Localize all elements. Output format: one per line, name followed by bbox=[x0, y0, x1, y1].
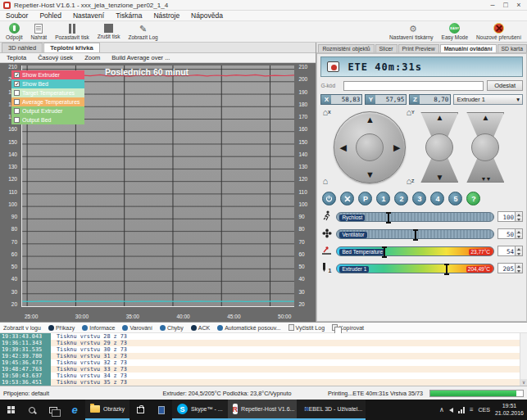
fan-slider[interactable]: Ventilátor bbox=[336, 229, 494, 239]
preset-button[interactable]: 5 bbox=[448, 192, 462, 205]
show-log-button[interactable]: ✎ Zobrazit Log bbox=[124, 21, 161, 42]
jog-y-plus-arrow[interactable]: ▲ bbox=[366, 115, 375, 124]
log-filter-toggle[interactable]: Informace bbox=[82, 325, 115, 331]
send-button[interactable]: Odeslat bbox=[487, 80, 523, 91]
taskbar-search-button[interactable] bbox=[21, 400, 43, 420]
copy-log-button[interactable]: Kopírovat bbox=[332, 324, 364, 331]
menu-icon[interactable]: ≡ bbox=[470, 406, 474, 413]
help-button[interactable]: ? bbox=[466, 192, 480, 205]
legend-checkbox[interactable]: ✓ bbox=[14, 81, 20, 87]
load-button[interactable]: Nahrát bbox=[27, 21, 52, 42]
spinner-arrows[interactable] bbox=[515, 246, 522, 255]
preset-button[interactable]: 1 bbox=[376, 192, 390, 205]
log-filter-toggle[interactable]: Chyby bbox=[160, 325, 184, 331]
spinner-arrows[interactable] bbox=[515, 212, 522, 221]
easy-mode-button[interactable]: EASY Easy Mode bbox=[438, 21, 473, 42]
park-button[interactable]: P bbox=[358, 192, 372, 205]
explorer-taskbar-button[interactable]: Obrázky bbox=[85, 400, 129, 420]
spinner-arrows[interactable] bbox=[515, 264, 522, 273]
log-filter-toggle[interactable]: Varování bbox=[122, 325, 152, 331]
speed-spinner[interactable]: 100 bbox=[497, 211, 523, 222]
jog-x-plus-arrow[interactable]: ▶ bbox=[393, 143, 400, 152]
extruder-temp-slider[interactable]: Extruder 1 204,49°C bbox=[336, 264, 494, 273]
menu-item[interactable]: Nastavení bbox=[67, 11, 110, 20]
skype-taskbar-button[interactable]: S Skype™ - ... bbox=[172, 400, 228, 420]
menu-item[interactable]: Pohled bbox=[34, 11, 66, 20]
gcode-input[interactable] bbox=[343, 81, 484, 91]
network-icon[interactable] bbox=[458, 407, 465, 413]
tab-object-placement[interactable]: Rozmístění objektů bbox=[318, 44, 374, 52]
chart-menu-item[interactable]: Časový úsek bbox=[38, 54, 73, 61]
tab-sd-card[interactable]: SD karta bbox=[497, 44, 527, 52]
preset-button[interactable]: 4 bbox=[430, 192, 444, 205]
taskbar-clock[interactable]: 19:51 21.02.2016 bbox=[495, 403, 524, 418]
chart-menu-item[interactable]: Zoom bbox=[84, 54, 100, 61]
menu-item[interactable]: Soubor bbox=[0, 11, 34, 20]
extruder-select[interactable]: Extruder 1 ▾ bbox=[453, 94, 523, 105]
jog-center[interactable] bbox=[356, 133, 384, 161]
bed-temp-spinner[interactable]: 54 bbox=[497, 246, 523, 256]
legend-item[interactable]: ✓ Show Extruder bbox=[11, 70, 84, 79]
legend-item[interactable]: Target Temperatures bbox=[11, 88, 84, 97]
bed-temp-thumb[interactable] bbox=[384, 246, 385, 258]
home-x-button[interactable]: ⌂X bbox=[322, 108, 330, 116]
preset-button[interactable]: 2 bbox=[394, 192, 408, 205]
menu-item[interactable]: Nástroje bbox=[148, 11, 185, 20]
home-all-button[interactable]: ⌂ bbox=[322, 177, 328, 185]
task-view-button[interactable] bbox=[43, 400, 64, 420]
legend-checkbox[interactable]: ✓ bbox=[14, 72, 20, 78]
chart-menu-item[interactable]: Build Average over ... bbox=[111, 54, 170, 61]
maximize-button[interactable]: □ bbox=[501, 1, 511, 9]
clear-log-button[interactable]: Vyčistit Log bbox=[288, 324, 325, 331]
scroll-down-icon[interactable]: ∨ bbox=[520, 379, 527, 386]
minimize-button[interactable]: – bbox=[488, 1, 497, 9]
legend-item[interactable]: Output Extruder bbox=[11, 106, 84, 115]
extruder-jog-control[interactable]: ▲ ▼▼ bbox=[466, 112, 504, 183]
preset-button[interactable]: 3 bbox=[412, 192, 426, 205]
speed-slider-thumb[interactable] bbox=[388, 212, 389, 224]
power-button[interactable] bbox=[322, 192, 336, 205]
chevron-up-icon[interactable]: ∧ bbox=[439, 406, 444, 413]
log-filter-toggle[interactable]: Příkazy bbox=[48, 325, 75, 331]
legend-checkbox[interactable] bbox=[14, 90, 20, 96]
legend-checkbox[interactable] bbox=[14, 99, 20, 105]
menu-item[interactable]: Nápověda bbox=[185, 11, 229, 20]
legend-item[interactable]: Average Temperatures bbox=[11, 97, 84, 106]
tab-manual-control[interactable]: Manuální ovládání bbox=[440, 44, 497, 52]
fan-spinner[interactable]: 50 bbox=[497, 228, 523, 239]
tab-temperature-curve[interactable]: Teplotní křivka bbox=[43, 43, 99, 52]
start-button[interactable] bbox=[0, 400, 21, 420]
speed-slider[interactable]: Rychlost bbox=[336, 212, 494, 222]
log-filter-toggle[interactable]: ACK bbox=[191, 325, 210, 331]
legend-item[interactable]: ✓ Show Bed bbox=[11, 79, 84, 88]
tab-3d-view[interactable]: 3D náhled bbox=[2, 43, 43, 52]
speaker-icon[interactable] bbox=[449, 408, 453, 413]
close-button[interactable]: × bbox=[514, 1, 524, 9]
jog-y-minus-arrow[interactable]: ▼ bbox=[366, 170, 375, 179]
tab-slicer[interactable]: Slicer bbox=[375, 44, 398, 52]
extruder-temp-spinner[interactable]: 205 bbox=[497, 263, 523, 273]
bed-temp-slider[interactable]: Bed Temperature 23,77°C bbox=[336, 246, 494, 256]
home-y-button[interactable]: ⌂Y bbox=[406, 108, 414, 116]
chart-menu-item[interactable]: Teplota bbox=[7, 54, 26, 61]
motors-off-button[interactable] bbox=[340, 192, 354, 205]
jog-x-minus-arrow[interactable]: ◀ bbox=[339, 143, 346, 152]
pause-print-button[interactable]: Pozastavit tisk bbox=[51, 21, 93, 42]
store-taskbar-button[interactable] bbox=[129, 400, 151, 420]
z-jog-control[interactable]: ▲ ▼ bbox=[420, 112, 458, 183]
legend-item[interactable]: Output Bed bbox=[11, 115, 84, 124]
xy-jog-pad[interactable]: ▲ ▼ ◀ ▶ bbox=[334, 111, 406, 183]
disconnect-button[interactable]: Odpojit bbox=[2, 21, 27, 42]
repetier-taskbar-button[interactable]: R Repetier-Host V1.6... bbox=[228, 400, 297, 420]
emergency-stop-button[interactable]: Nouzové přerušení bbox=[472, 21, 525, 42]
firefox-taskbar-button[interactable]: REBEL 3D - Uživatel... bbox=[297, 400, 366, 420]
menu-item[interactable]: Tiskárna bbox=[110, 11, 148, 20]
document-app-button[interactable] bbox=[151, 400, 172, 420]
edge-taskbar-button[interactable]: e bbox=[64, 400, 85, 420]
extruder-jog-center[interactable] bbox=[471, 133, 499, 161]
extruder-temp-thumb[interactable] bbox=[446, 264, 447, 275]
fan-slider-thumb[interactable] bbox=[415, 229, 416, 241]
z-jog-center[interactable] bbox=[425, 133, 453, 161]
home-z-button[interactable]: ⌂Z bbox=[406, 177, 414, 185]
log-filter-toggle[interactable]: Automatické posouv... bbox=[217, 325, 280, 331]
